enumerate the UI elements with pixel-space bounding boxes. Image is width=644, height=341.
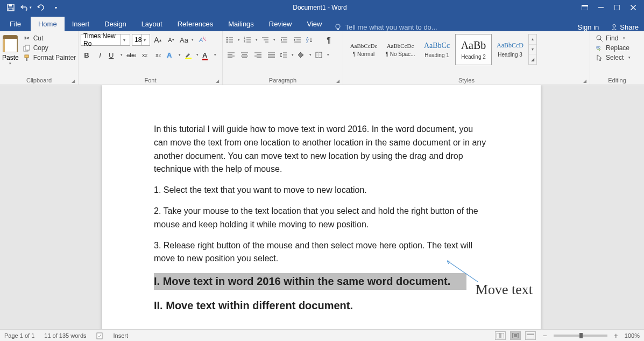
body-paragraph[interactable]: 3. Release right button of the mouse and… — [154, 239, 489, 266]
minimize-button[interactable] — [593, 2, 608, 13]
numbering-button[interactable]: 123▾ — [243, 34, 259, 46]
redo-button[interactable] — [34, 1, 47, 14]
paste-button[interactable]: Paste ▾ — [2, 33, 19, 66]
document-page[interactable]: In this tutorial I will guide how to mov… — [102, 85, 541, 329]
print-layout-button[interactable] — [510, 331, 521, 340]
clear-formatting-button[interactable]: A — [196, 34, 208, 46]
styles-dialog-launcher[interactable]: ◢ — [583, 79, 586, 83]
selected-heading[interactable]: I. Move text in word 2016 within the sam… — [154, 273, 466, 290]
italic-button[interactable]: I — [94, 49, 106, 61]
zoom-thumb[interactable] — [579, 333, 583, 338]
zoom-out-button[interactable]: − — [540, 331, 549, 340]
highlight-button[interactable]: ▾ — [183, 49, 200, 61]
web-layout-button[interactable] — [525, 331, 536, 340]
style---no-spac---[interactable]: AaBbCcDc¶ No Spac... — [382, 34, 419, 65]
bold-button[interactable]: B — [81, 49, 93, 61]
body-paragraph[interactable]: In this tutorial I will guide how to mov… — [154, 123, 489, 176]
tab-review[interactable]: Review — [261, 17, 300, 31]
bullets-button[interactable]: ▾ — [225, 34, 241, 46]
zoom-slider[interactable] — [554, 335, 607, 337]
increase-indent-button[interactable] — [292, 34, 303, 46]
tab-insert[interactable]: Insert — [65, 17, 97, 31]
tell-me-placeholder: Tell me what you want to do... — [345, 23, 437, 31]
clipboard-dialog-launcher[interactable]: ◢ — [72, 79, 75, 83]
styles-scroll-btn[interactable]: ▴ — [529, 34, 536, 45]
subscript-button[interactable]: x2 — [139, 49, 151, 61]
cut-button[interactable]: ✂Cut — [21, 34, 78, 43]
sort-button[interactable]: AZ — [305, 34, 321, 46]
group-label-font: Font — [144, 77, 156, 83]
svg-rect-1 — [9, 4, 12, 6]
styles-scroll-btn[interactable]: ◢ — [529, 54, 536, 65]
paste-icon — [3, 35, 18, 52]
paragraph-dialog-launcher[interactable]: ◢ — [336, 79, 339, 83]
maximize-button[interactable] — [610, 2, 625, 13]
status-page[interactable]: Page 1 of 1 — [4, 332, 34, 339]
tab-design[interactable]: Design — [97, 17, 133, 31]
style-heading-1[interactable]: AaBbCcHeading 1 — [419, 34, 455, 65]
style-heading-2[interactable]: AaBbHeading 2 — [455, 34, 492, 65]
copy-button[interactable]: Copy — [21, 44, 78, 52]
font-size-combo[interactable]: 18▾ — [132, 34, 150, 46]
save-button[interactable] — [4, 1, 17, 14]
tab-layout[interactable]: Layout — [134, 17, 170, 31]
tab-home[interactable]: Home — [31, 17, 65, 31]
status-words[interactable]: 11 of 135 words — [44, 332, 86, 339]
format-painter-button[interactable]: Format Painter — [21, 53, 78, 62]
decrease-indent-button[interactable] — [278, 34, 290, 46]
svg-rect-4 — [582, 5, 588, 6]
underline-button[interactable]: U▾ — [108, 49, 124, 61]
text-effects-button[interactable]: A▾ — [166, 49, 182, 61]
ribbon-tabs: File Home Insert Design Layout Reference… — [0, 15, 644, 31]
font-name-combo[interactable]: Times New Ro▾ — [81, 34, 130, 46]
shrink-font-button[interactable]: A▾ — [165, 34, 177, 46]
justify-button[interactable] — [265, 49, 277, 61]
tab-mailings[interactable]: Mailings — [221, 17, 261, 31]
document-area[interactable]: In this tutorial I will guide how to mov… — [0, 85, 644, 329]
borders-button[interactable]: ▾ — [314, 49, 330, 61]
replace-icon: ab — [596, 44, 603, 52]
align-left-button[interactable] — [225, 49, 237, 61]
heading-text[interactable]: II. Move text within different document. — [154, 297, 489, 314]
paste-label: Paste — [2, 54, 19, 61]
sign-in-link[interactable]: Sign in — [571, 23, 606, 31]
align-right-button[interactable] — [252, 49, 264, 61]
body-paragraph[interactable]: 1. Select the text that you want to move… — [154, 184, 489, 197]
close-button[interactable] — [626, 2, 641, 13]
styles-scroll-btn[interactable]: ▾ — [529, 45, 536, 55]
read-mode-button[interactable] — [495, 331, 506, 340]
tab-references[interactable]: References — [170, 17, 221, 31]
status-mode[interactable]: Insert — [114, 332, 129, 339]
select-button[interactable]: Select▾ — [595, 53, 640, 62]
zoom-level[interactable]: 100% — [625, 332, 640, 339]
tell-me-search[interactable]: Tell me what you want to do... — [329, 23, 571, 31]
align-center-button[interactable] — [238, 49, 250, 61]
show-marks-button[interactable]: ¶ — [323, 34, 335, 46]
share-button[interactable]: Share — [605, 23, 644, 31]
styles-scroll[interactable]: ▴▾◢ — [528, 34, 537, 65]
window-title: Document1 - Word — [62, 4, 577, 11]
ribbon-options-icon[interactable] — [577, 2, 592, 13]
font-color-button[interactable]: A▾ — [201, 49, 217, 61]
style-preview: AaBbCcDc — [350, 43, 378, 49]
shading-button[interactable]: ▾ — [296, 49, 313, 61]
qat-customize[interactable]: ▾ — [49, 1, 62, 14]
body-paragraph[interactable]: 2. Take your mouse to the text location … — [154, 205, 489, 232]
line-spacing-button[interactable]: ▾ — [279, 49, 295, 61]
zoom-in-button[interactable]: + — [612, 331, 620, 340]
replace-button[interactable]: abReplace — [595, 44, 640, 52]
tab-file[interactable]: File — [0, 17, 31, 31]
tab-view[interactable]: View — [299, 17, 329, 31]
undo-button[interactable]: ▾ — [19, 1, 32, 14]
style-name: Heading 2 — [461, 54, 486, 60]
proofing-icon[interactable] — [96, 332, 104, 339]
style---normal[interactable]: AaBbCcDc¶ Normal — [345, 34, 382, 65]
multilevel-list-button[interactable]: ▾ — [260, 34, 277, 46]
strikethrough-button[interactable]: abc — [125, 49, 137, 61]
style-heading-3[interactable]: AaBbCcDHeading 3 — [492, 34, 528, 65]
font-dialog-launcher[interactable]: ◢ — [216, 79, 219, 83]
grow-font-button[interactable]: A▴ — [152, 34, 164, 46]
change-case-button[interactable]: Aa▾ — [179, 34, 195, 46]
superscript-button[interactable]: x2 — [152, 49, 164, 61]
find-button[interactable]: Find▾ — [595, 34, 640, 43]
